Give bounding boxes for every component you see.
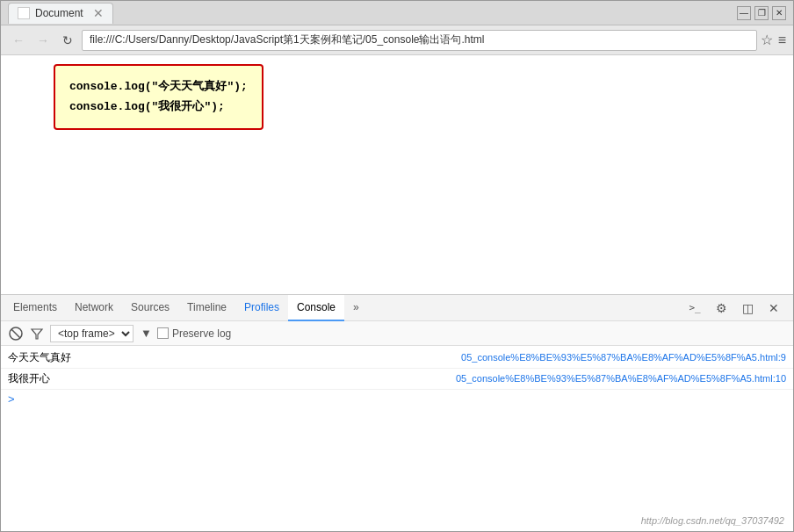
devtools-panel: Elements Network Sources Timeline Profil… <box>1 294 793 531</box>
tab-more-label: » <box>353 301 359 313</box>
tab-favicon <box>18 7 30 19</box>
tab-network-label: Network <box>75 301 113 313</box>
settings-button[interactable]: ⚙ <box>711 298 732 319</box>
address-bar[interactable]: file:///C:/Users/Danny/Desktop/JavaScrip… <box>82 30 757 51</box>
tooltip-line1: console.log("今天天气真好"); <box>69 76 248 97</box>
reload-button[interactable]: ↻ <box>57 30 78 51</box>
bookmark-icon[interactable]: ☆ <box>761 32 773 48</box>
close-button[interactable]: ✕ <box>772 6 786 20</box>
layout-button[interactable]: ◫ <box>737 298 758 319</box>
devtools-tabs-bar: Elements Network Sources Timeline Profil… <box>1 295 793 321</box>
tab-timeline-label: Timeline <box>187 301 227 313</box>
browser-window: Document ✕ — ❐ ✕ ← → ↻ file:///C:/Users/… <box>0 0 794 532</box>
prompt-arrow: > <box>8 392 15 406</box>
tab-label: Document <box>35 7 86 19</box>
filter-button[interactable] <box>29 326 45 341</box>
preserve-log-label: Preserve log <box>172 327 231 340</box>
close-icon: ✕ <box>769 301 779 315</box>
console-toolbar: <top frame> ▼ Preserve log <box>1 321 793 346</box>
forward-icon: → <box>37 33 49 47</box>
forward-button[interactable]: → <box>32 30 54 51</box>
tab-sources[interactable]: Sources <box>122 295 178 321</box>
console-row: 我很开心 05_console%E8%BE%93%E5%87%BA%E8%AF%… <box>1 369 793 390</box>
browser-tab[interactable]: Document ✕ <box>8 3 113 24</box>
tab-elements-label: Elements <box>13 301 57 313</box>
title-bar: Document ✕ — ❐ ✕ <box>1 1 793 25</box>
tooltip-line2: console.log("我很开心"); <box>69 97 248 117</box>
layout-icon: ◫ <box>742 301 754 315</box>
url-text: file:///C:/Users/Danny/Desktop/JavaScrip… <box>90 32 484 47</box>
tab-close-icon[interactable]: ✕ <box>93 7 104 19</box>
devtools-close-button[interactable]: ✕ <box>763 298 784 319</box>
clear-icon <box>9 327 23 341</box>
back-button[interactable]: ← <box>8 30 29 51</box>
tab-profiles-label: Profiles <box>244 301 279 313</box>
preserve-log-checkbox[interactable] <box>157 327 169 339</box>
console-row: 今天天气真好 05_console%E8%BE%93%E5%87%BA%E8%A… <box>1 348 793 369</box>
tab-more[interactable]: » <box>344 295 368 321</box>
console-source-2[interactable]: 05_console%E8%BE%93%E5%87%BA%E8%AF%AD%E5… <box>447 371 786 387</box>
menu-icon[interactable]: ≡ <box>778 32 786 48</box>
svg-line-1 <box>11 329 20 338</box>
nav-bar: ← → ↻ file:///C:/Users/Danny/Desktop/Jav… <box>1 25 793 55</box>
minimize-button[interactable]: — <box>737 6 751 20</box>
restore-button[interactable]: ❐ <box>754 6 769 20</box>
tab-sources-label: Sources <box>131 301 170 313</box>
dropdown-arrow[interactable]: ▼ <box>141 327 152 340</box>
watermark: http://blog.csdn.net/qq_37037492 <box>641 515 784 526</box>
window-controls: — ❐ ✕ <box>737 6 786 20</box>
frame-selector[interactable]: <top frame> <box>50 325 134 342</box>
reload-icon: ↻ <box>62 33 73 47</box>
preserve-log-container: Preserve log <box>157 327 231 340</box>
title-bar-left: Document ✕ <box>8 3 737 24</box>
settings-icon: ⚙ <box>716 301 727 315</box>
page-area: console.log("今天天气真好"); console.log("我很开心… <box>1 55 793 531</box>
console-output: 今天天气真好 05_console%E8%BE%93%E5%87%BA%E8%A… <box>1 346 793 531</box>
tab-timeline[interactable]: Timeline <box>178 295 235 321</box>
code-tooltip: console.log("今天天气真好"); console.log("我很开心… <box>54 64 263 130</box>
tab-elements[interactable]: Elements <box>4 295 66 321</box>
tab-network[interactable]: Network <box>66 295 122 321</box>
clear-console-button[interactable] <box>8 326 24 341</box>
terminal-button[interactable]: >_ <box>684 298 705 319</box>
back-icon: ← <box>12 33 25 47</box>
devtools-icons: >_ ⚙ ◫ ✕ <box>684 298 790 319</box>
svg-marker-2 <box>32 329 42 339</box>
filter-icon <box>30 327 44 341</box>
tab-console[interactable]: Console <box>288 295 344 321</box>
console-message-1: 今天天气真好 <box>8 349 452 366</box>
console-message-2: 我很开心 <box>8 370 447 387</box>
tab-console-label: Console <box>297 301 336 313</box>
nav-right: ☆ ≡ <box>761 32 786 48</box>
tab-profiles[interactable]: Profiles <box>235 295 288 321</box>
console-source-1[interactable]: 05_console%E8%BE%93%E5%87%BA%E8%AF%AD%E5… <box>452 350 786 366</box>
console-prompt: > <box>1 390 793 408</box>
terminal-icon: >_ <box>689 302 700 313</box>
